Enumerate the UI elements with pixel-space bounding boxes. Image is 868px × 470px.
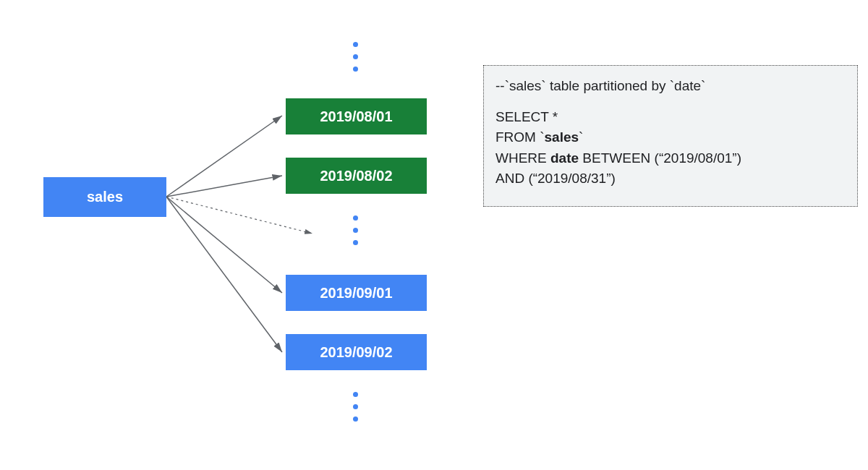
source-table-label: sales xyxy=(87,189,123,205)
svg-line-1 xyxy=(166,176,282,197)
source-table-box: sales xyxy=(43,177,166,217)
sql-line-where: WHERE date BETWEEN (“2019/08/01”) xyxy=(495,148,846,169)
diagram-canvas: sales 2019/08/01 2019/08/02 2019/09/01 2… xyxy=(0,0,868,470)
svg-line-4 xyxy=(166,197,282,352)
sql-line-and: AND (“2019/08/31”) xyxy=(495,168,846,189)
sql-comment: --`sales` table partitioned by `date` xyxy=(495,76,846,97)
sql-line-from: FROM `sales` xyxy=(495,127,846,148)
partition-label: 2019/09/01 xyxy=(320,285,392,302)
partition-box-2019-09-01: 2019/09/01 xyxy=(286,275,427,311)
ellipsis-dots-top xyxy=(353,42,358,72)
ellipsis-dots-middle xyxy=(353,215,358,245)
ellipsis-dots-bottom xyxy=(353,392,358,422)
partition-box-2019-08-01: 2019/08/01 xyxy=(286,98,427,134)
sql-query-panel: --`sales` table partitioned by `date` SE… xyxy=(483,65,858,207)
partition-box-2019-08-02: 2019/08/02 xyxy=(286,158,427,194)
sql-line-select: SELECT * xyxy=(495,107,846,128)
svg-line-0 xyxy=(166,116,282,197)
svg-line-3 xyxy=(166,197,282,293)
partition-label: 2019/09/02 xyxy=(320,344,392,361)
partition-label: 2019/08/02 xyxy=(320,168,392,184)
partition-label: 2019/08/01 xyxy=(320,108,392,125)
partition-box-2019-09-02: 2019/09/02 xyxy=(286,334,427,370)
svg-line-2 xyxy=(166,197,312,234)
